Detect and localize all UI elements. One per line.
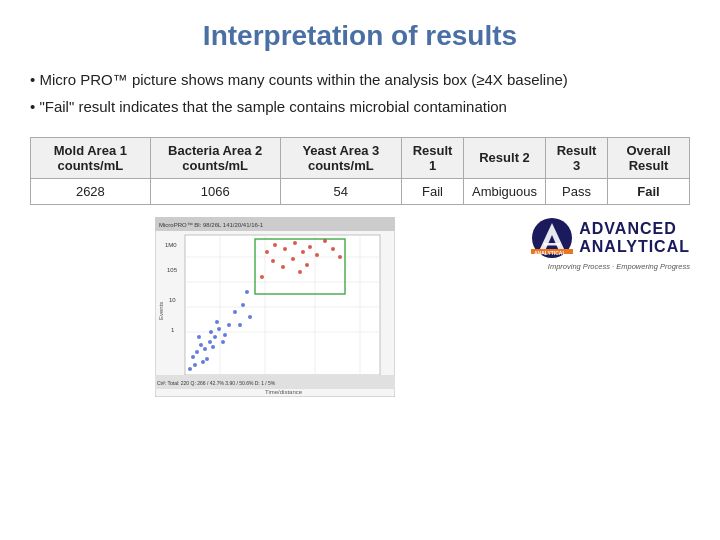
cell-overall-result: Fail [608, 178, 690, 204]
logo-advanced-text: ADVANCED [579, 220, 690, 238]
logo-text-block: ADVANCED ANALYTICAL [579, 220, 690, 255]
svg-point-47 [298, 270, 302, 274]
svg-point-27 [193, 363, 197, 367]
svg-point-46 [305, 263, 309, 267]
svg-point-53 [241, 303, 245, 307]
svg-point-33 [209, 330, 213, 334]
col-header-mold: Mold Area 1 counts/mL [31, 137, 151, 178]
svg-point-35 [221, 340, 225, 344]
col-header-result2: Result 2 [464, 137, 546, 178]
svg-point-22 [208, 340, 212, 344]
cell-mold: 2628 [31, 178, 151, 204]
svg-point-30 [217, 327, 221, 331]
chart-area: MicroPRO™ Bl: 98/26L 141/20/41/16-1 Even… [30, 217, 520, 397]
svg-point-25 [211, 345, 215, 349]
cell-bacteria: 1066 [150, 178, 280, 204]
svg-point-51 [338, 255, 342, 259]
svg-point-48 [260, 275, 264, 279]
svg-point-34 [227, 323, 231, 327]
svg-point-31 [223, 333, 227, 337]
svg-rect-67 [544, 243, 560, 246]
svg-point-26 [205, 357, 209, 361]
svg-point-18 [191, 355, 195, 359]
svg-point-50 [331, 247, 335, 251]
col-header-result3: Result 3 [546, 137, 608, 178]
svg-point-41 [308, 245, 312, 249]
svg-point-24 [213, 335, 217, 339]
logo-analytical-text: ANALYTICAL [579, 238, 690, 256]
svg-text:Time/distance: Time/distance [265, 389, 303, 395]
col-header-yeast: Yeast Area 3 counts/mL [280, 137, 401, 178]
svg-point-43 [271, 259, 275, 263]
svg-point-49 [323, 239, 327, 243]
svg-point-32 [215, 320, 219, 324]
svg-point-52 [233, 310, 237, 314]
svg-point-40 [301, 250, 305, 254]
svg-text:MicroPRO™ Bl: 98/26L 141/20/41: MicroPRO™ Bl: 98/26L 141/20/41/16-1 [159, 222, 264, 228]
bullet-2: • "Fail" result indicates that the sampl… [30, 95, 690, 118]
cell-yeast: 54 [280, 178, 401, 204]
svg-point-28 [188, 367, 192, 371]
svg-text:1M0: 1M0 [165, 242, 177, 248]
svg-point-21 [203, 347, 207, 351]
bullet-1: • Micro PRO™ picture shows many counts w… [30, 68, 690, 91]
svg-point-23 [197, 335, 201, 339]
svg-text:10: 10 [169, 297, 176, 303]
page-title: Interpretation of results [30, 20, 690, 52]
svg-rect-8 [185, 235, 380, 375]
table-row: 2628 1066 54 Fail Ambiguous Pass Fail [31, 178, 690, 204]
svg-point-44 [281, 265, 285, 269]
svg-point-38 [283, 247, 287, 251]
svg-point-37 [273, 243, 277, 247]
scatter-plot: MicroPRO™ Bl: 98/26L 141/20/41/16-1 Even… [155, 217, 395, 397]
svg-point-56 [245, 290, 249, 294]
svg-text:ANALYTICAL: ANALYTICAL [534, 249, 565, 255]
svg-point-20 [199, 343, 203, 347]
cell-result3: Pass [546, 178, 608, 204]
logo-box: ANALYTICAL ADVANCED ANALYTICAL [531, 217, 690, 259]
svg-point-45 [291, 257, 295, 261]
logo-area: ANALYTICAL ADVANCED ANALYTICAL Improving… [530, 217, 690, 275]
svg-point-29 [201, 360, 205, 364]
svg-point-39 [293, 241, 297, 245]
col-header-overall: Overall Result [608, 137, 690, 178]
cell-result2: Ambiguous [464, 178, 546, 204]
cell-result1: Fail [402, 178, 464, 204]
svg-text:Events: Events [158, 301, 164, 319]
svg-point-19 [195, 350, 199, 354]
col-header-result1: Result 1 [402, 137, 464, 178]
svg-text:105: 105 [167, 267, 178, 273]
col-header-bacteria: Bacteria Area 2 counts/mL [150, 137, 280, 178]
bullets-section: • Micro PRO™ picture shows many counts w… [30, 68, 690, 123]
svg-point-55 [238, 323, 242, 327]
svg-point-36 [265, 250, 269, 254]
page: Interpretation of results • Micro PRO™ p… [0, 0, 720, 540]
svg-point-54 [248, 315, 252, 319]
svg-point-42 [315, 253, 319, 257]
content-row: MicroPRO™ Bl: 98/26L 141/20/41/16-1 Even… [30, 217, 690, 531]
company-logo-icon: ANALYTICAL [531, 217, 573, 259]
logo-tagline: Improving Process · Empowering Progress [548, 262, 690, 271]
svg-text:Ct#: Total: 220    Q: 266 / 42: Ct#: Total: 220 Q: 266 / 42.7% 3.90 / 50… [157, 380, 276, 386]
results-table: Mold Area 1 counts/mL Bacteria Area 2 co… [30, 137, 690, 205]
